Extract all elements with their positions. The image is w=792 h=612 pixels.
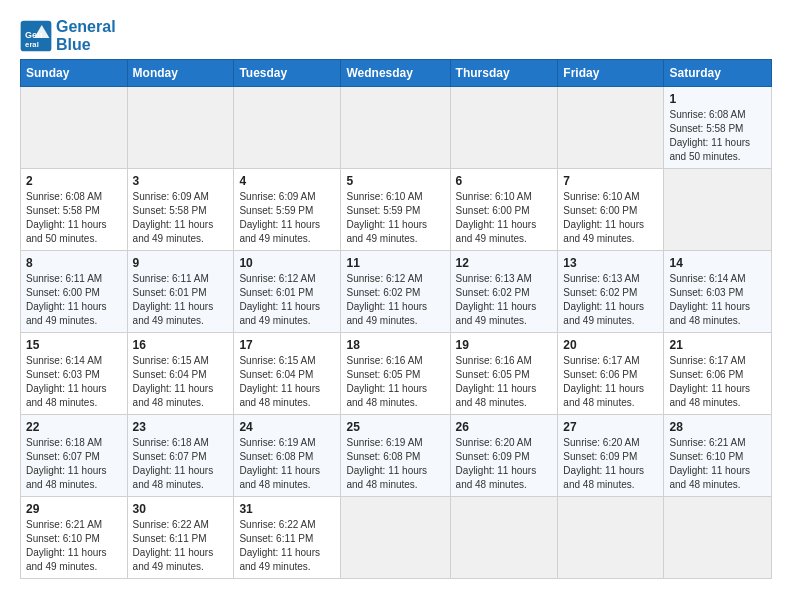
day-number: 20 <box>563 338 658 352</box>
calendar-cell-7: 7Sunrise: 6:10 AMSunset: 6:00 PMDaylight… <box>558 169 664 251</box>
day-info: Sunrise: 6:20 AMSunset: 6:09 PMDaylight:… <box>563 436 658 492</box>
day-number: 22 <box>26 420 122 434</box>
day-info: Sunrise: 6:21 AMSunset: 6:10 PMDaylight:… <box>669 436 766 492</box>
calendar-cell-3: 3Sunrise: 6:09 AMSunset: 5:58 PMDaylight… <box>127 169 234 251</box>
calendar-header-friday: Friday <box>558 60 664 87</box>
calendar-cell-29: 29Sunrise: 6:21 AMSunset: 6:10 PMDayligh… <box>21 497 128 579</box>
calendar-header-thursday: Thursday <box>450 60 558 87</box>
calendar-cell-empty <box>450 497 558 579</box>
calendar-cell-31: 31Sunrise: 6:22 AMSunset: 6:11 PMDayligh… <box>234 497 341 579</box>
logo-blue: Blue <box>56 36 91 53</box>
day-info: Sunrise: 6:09 AMSunset: 5:59 PMDaylight:… <box>239 190 335 246</box>
day-number: 25 <box>346 420 444 434</box>
day-info: Sunrise: 6:22 AMSunset: 6:11 PMDaylight:… <box>239 518 335 574</box>
day-number: 12 <box>456 256 553 270</box>
day-number: 1 <box>669 92 766 106</box>
calendar-week-5: 22Sunrise: 6:18 AMSunset: 6:07 PMDayligh… <box>21 415 772 497</box>
day-number: 16 <box>133 338 229 352</box>
calendar-cell-12: 12Sunrise: 6:13 AMSunset: 6:02 PMDayligh… <box>450 251 558 333</box>
calendar-week-3: 8Sunrise: 6:11 AMSunset: 6:00 PMDaylight… <box>21 251 772 333</box>
day-info: Sunrise: 6:09 AMSunset: 5:58 PMDaylight:… <box>133 190 229 246</box>
day-info: Sunrise: 6:10 AMSunset: 5:59 PMDaylight:… <box>346 190 444 246</box>
calendar-cell-empty <box>450 87 558 169</box>
day-number: 11 <box>346 256 444 270</box>
calendar-cell-13: 13Sunrise: 6:13 AMSunset: 6:02 PMDayligh… <box>558 251 664 333</box>
day-number: 31 <box>239 502 335 516</box>
day-info: Sunrise: 6:08 AMSunset: 5:58 PMDaylight:… <box>26 190 122 246</box>
day-number: 10 <box>239 256 335 270</box>
day-number: 18 <box>346 338 444 352</box>
calendar-cell-empty <box>558 497 664 579</box>
day-number: 23 <box>133 420 229 434</box>
calendar-cell-18: 18Sunrise: 6:16 AMSunset: 6:05 PMDayligh… <box>341 333 450 415</box>
day-info: Sunrise: 6:17 AMSunset: 6:06 PMDaylight:… <box>669 354 766 410</box>
day-info: Sunrise: 6:16 AMSunset: 6:05 PMDaylight:… <box>346 354 444 410</box>
calendar-cell-24: 24Sunrise: 6:19 AMSunset: 6:08 PMDayligh… <box>234 415 341 497</box>
logo-text: GeneralBlue <box>56 18 116 53</box>
day-info: Sunrise: 6:13 AMSunset: 6:02 PMDaylight:… <box>456 272 553 328</box>
header: Gen eral GeneralBlue <box>20 18 772 53</box>
calendar-cell-27: 27Sunrise: 6:20 AMSunset: 6:09 PMDayligh… <box>558 415 664 497</box>
calendar-cell-empty <box>341 497 450 579</box>
day-info: Sunrise: 6:17 AMSunset: 6:06 PMDaylight:… <box>563 354 658 410</box>
calendar-table: SundayMondayTuesdayWednesdayThursdayFrid… <box>20 59 772 579</box>
day-info: Sunrise: 6:21 AMSunset: 6:10 PMDaylight:… <box>26 518 122 574</box>
day-number: 9 <box>133 256 229 270</box>
day-info: Sunrise: 6:18 AMSunset: 6:07 PMDaylight:… <box>133 436 229 492</box>
calendar-cell-23: 23Sunrise: 6:18 AMSunset: 6:07 PMDayligh… <box>127 415 234 497</box>
calendar-header-row: SundayMondayTuesdayWednesdayThursdayFrid… <box>21 60 772 87</box>
day-number: 4 <box>239 174 335 188</box>
calendar-header-wednesday: Wednesday <box>341 60 450 87</box>
day-number: 24 <box>239 420 335 434</box>
day-info: Sunrise: 6:13 AMSunset: 6:02 PMDaylight:… <box>563 272 658 328</box>
calendar-cell-4: 4Sunrise: 6:09 AMSunset: 5:59 PMDaylight… <box>234 169 341 251</box>
calendar-cell-28: 28Sunrise: 6:21 AMSunset: 6:10 PMDayligh… <box>664 415 772 497</box>
calendar-cell-6: 6Sunrise: 6:10 AMSunset: 6:00 PMDaylight… <box>450 169 558 251</box>
day-info: Sunrise: 6:19 AMSunset: 6:08 PMDaylight:… <box>346 436 444 492</box>
day-info: Sunrise: 6:15 AMSunset: 6:04 PMDaylight:… <box>239 354 335 410</box>
day-info: Sunrise: 6:14 AMSunset: 6:03 PMDaylight:… <box>669 272 766 328</box>
calendar-cell-25: 25Sunrise: 6:19 AMSunset: 6:08 PMDayligh… <box>341 415 450 497</box>
calendar-cell-30: 30Sunrise: 6:22 AMSunset: 6:11 PMDayligh… <box>127 497 234 579</box>
day-info: Sunrise: 6:12 AMSunset: 6:01 PMDaylight:… <box>239 272 335 328</box>
day-number: 14 <box>669 256 766 270</box>
calendar-cell-empty <box>234 87 341 169</box>
calendar-cell-22: 22Sunrise: 6:18 AMSunset: 6:07 PMDayligh… <box>21 415 128 497</box>
day-info: Sunrise: 6:16 AMSunset: 6:05 PMDaylight:… <box>456 354 553 410</box>
calendar-cell-26: 26Sunrise: 6:20 AMSunset: 6:09 PMDayligh… <box>450 415 558 497</box>
logo-svg: Gen eral <box>20 20 52 52</box>
calendar-cell-19: 19Sunrise: 6:16 AMSunset: 6:05 PMDayligh… <box>450 333 558 415</box>
day-number: 28 <box>669 420 766 434</box>
day-number: 2 <box>26 174 122 188</box>
day-number: 13 <box>563 256 658 270</box>
calendar-week-4: 15Sunrise: 6:14 AMSunset: 6:03 PMDayligh… <box>21 333 772 415</box>
svg-text:eral: eral <box>25 39 39 48</box>
day-number: 6 <box>456 174 553 188</box>
day-info: Sunrise: 6:10 AMSunset: 6:00 PMDaylight:… <box>563 190 658 246</box>
calendar-cell-empty <box>664 497 772 579</box>
day-info: Sunrise: 6:19 AMSunset: 6:08 PMDaylight:… <box>239 436 335 492</box>
calendar-header-tuesday: Tuesday <box>234 60 341 87</box>
day-number: 30 <box>133 502 229 516</box>
day-number: 21 <box>669 338 766 352</box>
day-info: Sunrise: 6:10 AMSunset: 6:00 PMDaylight:… <box>456 190 553 246</box>
calendar-cell-empty <box>558 87 664 169</box>
calendar-header-monday: Monday <box>127 60 234 87</box>
calendar-cell-empty <box>341 87 450 169</box>
calendar-cell-empty <box>127 87 234 169</box>
calendar-cell-2: 2Sunrise: 6:08 AMSunset: 5:58 PMDaylight… <box>21 169 128 251</box>
calendar-cell-empty <box>664 169 772 251</box>
calendar-week-6: 29Sunrise: 6:21 AMSunset: 6:10 PMDayligh… <box>21 497 772 579</box>
calendar-cell-8: 8Sunrise: 6:11 AMSunset: 6:00 PMDaylight… <box>21 251 128 333</box>
calendar-cell-20: 20Sunrise: 6:17 AMSunset: 6:06 PMDayligh… <box>558 333 664 415</box>
calendar-week-2: 2Sunrise: 6:08 AMSunset: 5:58 PMDaylight… <box>21 169 772 251</box>
day-info: Sunrise: 6:11 AMSunset: 6:00 PMDaylight:… <box>26 272 122 328</box>
day-info: Sunrise: 6:20 AMSunset: 6:09 PMDaylight:… <box>456 436 553 492</box>
calendar-cell-9: 9Sunrise: 6:11 AMSunset: 6:01 PMDaylight… <box>127 251 234 333</box>
calendar-cell-16: 16Sunrise: 6:15 AMSunset: 6:04 PMDayligh… <box>127 333 234 415</box>
calendar-header-sunday: Sunday <box>21 60 128 87</box>
calendar-cell-15: 15Sunrise: 6:14 AMSunset: 6:03 PMDayligh… <box>21 333 128 415</box>
day-number: 15 <box>26 338 122 352</box>
day-info: Sunrise: 6:15 AMSunset: 6:04 PMDaylight:… <box>133 354 229 410</box>
calendar-cell-empty <box>21 87 128 169</box>
